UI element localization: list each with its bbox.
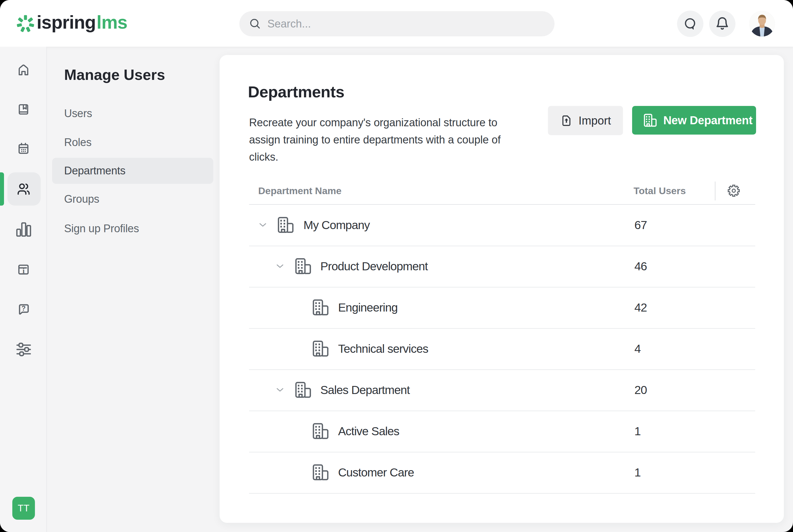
svg-text:?: ? bbox=[21, 304, 26, 312]
svg-text:i: i bbox=[23, 267, 25, 275]
